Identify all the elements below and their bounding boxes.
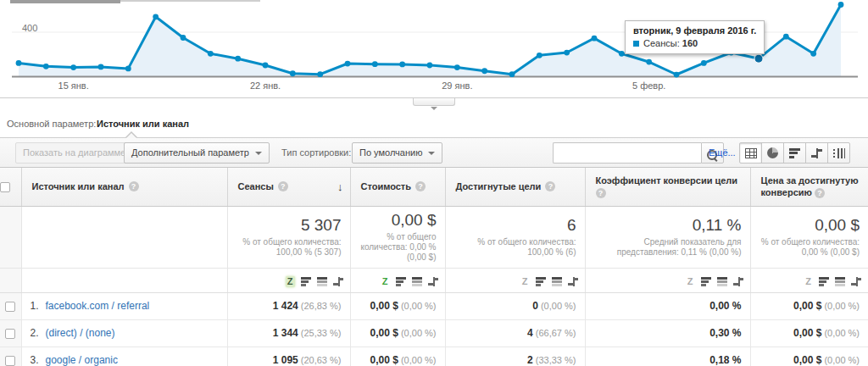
table-view-button[interactable]	[739, 142, 762, 164]
sort-az-icon[interactable]: Z	[286, 276, 295, 287]
x-tick-label: 15 янв.	[58, 80, 89, 91]
x-tick-label: 29 янв.	[442, 80, 472, 91]
advanced-search-link[interactable]: Ещё...	[709, 147, 736, 158]
percentage-bars-icon[interactable]	[317, 277, 327, 286]
table-row: 3.google / organic 1 095(20,63 %) 0,00 $…	[0, 347, 868, 366]
sort-type-dropdown[interactable]: По умолчанию	[352, 142, 442, 164]
performance-bars-icon[interactable]	[701, 277, 711, 286]
totals-row: 5 307% от общего количества: 100,00 % (5…	[0, 206, 868, 268]
comparison-view-button[interactable]	[805, 142, 828, 164]
search-input[interactable]	[554, 143, 701, 163]
percentage-view-button[interactable]	[761, 142, 784, 164]
view-switcher	[739, 142, 850, 164]
sort-type-label: Тип сортировки:	[281, 147, 351, 158]
select-all-checkbox[interactable]	[0, 182, 10, 192]
total-goals: 6% от общего количества: 100,00 % (6)	[445, 206, 585, 268]
tooltip-metric: Сеансы: 160	[633, 38, 756, 48]
comparison-icon[interactable]	[568, 277, 578, 286]
plot-rows-button[interactable]: Показать на диаграмме	[15, 142, 133, 164]
help-icon[interactable]: ?	[129, 181, 139, 191]
source-link[interactable]: facebook.com / referral	[46, 300, 150, 312]
sort-az-icon[interactable]: Z	[520, 276, 530, 287]
total-cost-per-conversion: 0,00 $% от общего количества: 0,00 % (0,…	[750, 206, 868, 268]
column-header-cost-per-conversion[interactable]: Цена за достигнутую конверсию ?	[750, 168, 868, 206]
pivot-view-button[interactable]	[827, 142, 850, 164]
x-tick-label: 22 янв.	[250, 80, 281, 91]
column-display-icons-row: Z Z Z Z Z	[0, 268, 868, 292]
column-header-source[interactable]: Источник или канал?	[21, 168, 227, 206]
secondary-dimension-dropdown[interactable]: Дополнительный параметр	[124, 142, 270, 164]
chart-collapse-handle[interactable]	[413, 98, 455, 106]
select-all-cell	[0, 168, 21, 206]
percentage-bars-icon[interactable]	[412, 277, 422, 286]
row-checkbox[interactable]	[5, 356, 15, 366]
comparison-icon	[811, 148, 822, 158]
chevron-down-icon	[428, 152, 435, 155]
sessions-chart[interactable]: 400 15 янв.22 янв.29 янв.5 февр. вторник…	[0, 0, 868, 110]
comparison-icon[interactable]	[733, 277, 743, 286]
sort-az-icon[interactable]: Z	[381, 276, 390, 287]
analytics-report: 400 15 янв.22 янв.29 янв.5 февр. вторник…	[0, 0, 868, 366]
row-checkbox[interactable]	[5, 329, 15, 339]
performance-view-button[interactable]	[783, 142, 806, 164]
column-header-cost[interactable]: Стоимость?	[350, 168, 445, 206]
help-icon[interactable]: ?	[815, 188, 825, 198]
total-cost: 0,00 $% от общего количества: 0,00 % (0,…	[350, 206, 445, 268]
sort-az-icon[interactable]: Z	[686, 276, 695, 287]
help-icon[interactable]: ?	[415, 181, 426, 191]
column-header-conversion-rate[interactable]: Коэффициент конверсии цели ?	[585, 168, 750, 206]
percentage-bars-icon[interactable]	[717, 277, 727, 286]
chevron-down-icon	[255, 152, 262, 155]
percentage-bars-icon[interactable]	[835, 277, 845, 286]
source-link[interactable]: (direct) / (none)	[46, 327, 115, 339]
series-marker-icon	[633, 41, 639, 47]
performance-bars-icon[interactable]	[396, 277, 406, 286]
pivot-table-icon	[833, 148, 845, 158]
comparison-icon[interactable]	[851, 277, 861, 286]
percentage-bars-icon[interactable]	[552, 277, 562, 286]
total-sessions: 5 307% от общего количества: 100,00 % (5…	[227, 206, 350, 268]
column-header-goals[interactable]: Достигнутые цели?	[445, 168, 585, 206]
dimension-tab-source-medium[interactable]: Источник или канал	[97, 119, 189, 129]
x-tick-label: 5 февр.	[632, 80, 665, 91]
table-toolbar: Показать на диаграмме Дополнительный пар…	[0, 137, 868, 168]
cropped-element-line	[120, 0, 260, 2]
comparison-icon[interactable]	[333, 277, 343, 286]
active-tab-notch-inner	[126, 133, 136, 138]
primary-dimension-label: Основной параметр:	[7, 119, 96, 129]
cropped-element-bar	[10, 0, 120, 3]
performance-bars-icon[interactable]	[301, 277, 311, 286]
performance-bars-icon[interactable]	[819, 277, 829, 286]
report-table: Источник или канал? Сеансы?↓ Стоимость? …	[0, 168, 868, 366]
table-grid-icon	[745, 148, 757, 158]
help-icon[interactable]: ?	[596, 188, 606, 198]
sort-desc-icon[interactable]: ↓	[337, 180, 343, 193]
table-search-box	[553, 142, 701, 164]
table-header-row: Источник или канал? Сеансы?↓ Стоимость? …	[0, 168, 868, 206]
bar-chart-icon	[789, 148, 800, 158]
table-row: 2.(direct) / (none) 1 344(25,33 %) 0,00 …	[0, 319, 868, 347]
comparison-icon[interactable]	[428, 277, 438, 286]
table-row: 1.facebook.com / referral 1 424(26,83 %)…	[0, 292, 868, 319]
sort-az-icon[interactable]: Z	[804, 276, 813, 287]
help-icon[interactable]: ?	[278, 181, 288, 191]
row-checkbox[interactable]	[5, 302, 15, 312]
column-header-sessions[interactable]: Сеансы?↓	[227, 168, 350, 206]
performance-bars-icon[interactable]	[536, 277, 546, 286]
pie-chart-icon	[767, 147, 778, 158]
help-icon[interactable]: ?	[545, 181, 555, 191]
tooltip-date: вторник, 9 февраля 2016 г.	[633, 25, 756, 36]
total-conversion-rate: 0,11 %Средний показатель для представлен…	[585, 206, 750, 268]
y-axis-label: 400	[22, 23, 37, 33]
source-link[interactable]: google / organic	[46, 354, 118, 366]
chart-tooltip: вторник, 9 февраля 2016 г. Сеансы: 160	[625, 20, 765, 54]
